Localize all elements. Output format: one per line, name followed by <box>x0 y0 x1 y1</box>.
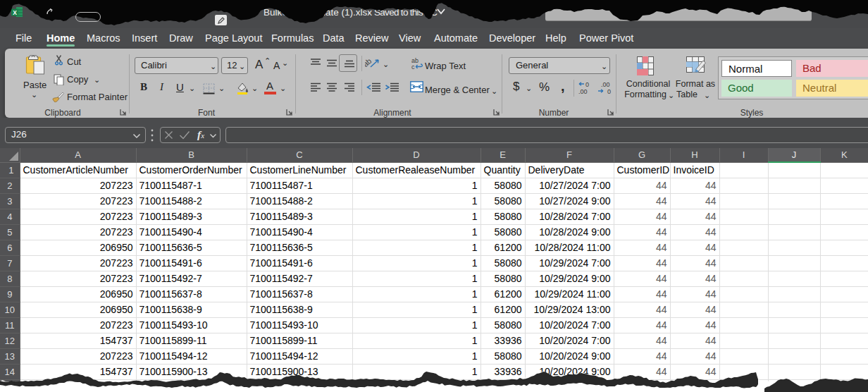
svg-text:ab: ab <box>365 57 373 68</box>
svg-text:c: c <box>411 63 415 70</box>
svg-text:0: 0 <box>585 81 589 88</box>
svg-text:.00: .00 <box>578 88 588 94</box>
